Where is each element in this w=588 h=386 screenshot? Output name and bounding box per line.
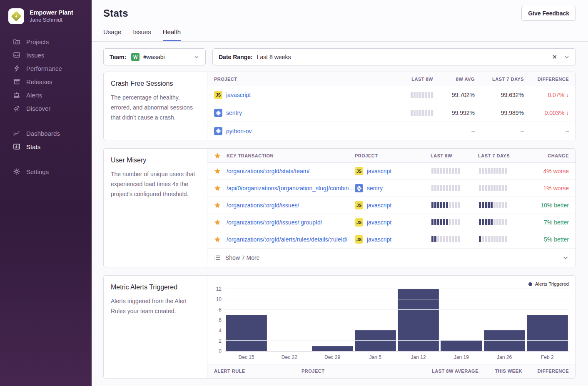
legend-dot-icon xyxy=(528,282,532,286)
project-link[interactable]: sentry xyxy=(226,110,242,116)
date-range-label: Date Range: xyxy=(219,54,253,60)
show-more-button[interactable]: Show 7 More xyxy=(207,248,576,267)
team-value: #wasabi xyxy=(143,54,164,60)
project-link[interactable]: javascript xyxy=(367,219,391,226)
table-row: sentry 99.992% 99.989% 0.003% ↓ xyxy=(207,104,576,122)
sidebar-item-projects[interactable]: Projects xyxy=(0,35,92,48)
star-icon[interactable] xyxy=(214,168,227,174)
avg-8w-value: 99.992% xyxy=(433,110,475,116)
change-value: 4% worse xyxy=(527,168,569,174)
sidebar-item-discover[interactable]: Discover xyxy=(0,102,92,115)
sparkline xyxy=(478,185,507,191)
tab-issues[interactable]: Issues xyxy=(133,28,151,41)
last-7d-value: – xyxy=(475,128,524,134)
sidebar-item-settings[interactable]: Settings xyxy=(0,165,92,178)
last-7d-value: 99.632% xyxy=(475,92,524,98)
project-link[interactable]: javascript xyxy=(226,92,251,98)
table-row: /api/0/organizations/{organization_slug}… xyxy=(207,180,576,197)
metric-alerts-panel: Metric Alerts Triggered Alerts triggered… xyxy=(103,275,576,379)
difference-value: – xyxy=(524,128,569,134)
projects-icon xyxy=(12,37,21,46)
main-area: Stats Give Feedback Usage Issues Health … xyxy=(92,0,588,386)
table-header: Project Last 8W 8W Avg Last 7 Days Diffe… xyxy=(207,72,576,86)
team-label: Team: xyxy=(110,54,126,60)
change-value: 5% better xyxy=(527,236,569,243)
sidebar-item-label: Settings xyxy=(26,168,49,175)
tab-health[interactable]: Health xyxy=(163,28,181,41)
chevron-down-icon[interactable] xyxy=(562,254,569,261)
sparkline xyxy=(431,236,460,242)
give-feedback-button[interactable]: Give Feedback xyxy=(521,6,576,21)
chevron-down-icon xyxy=(194,54,199,60)
sidebar-item-label: Stats xyxy=(26,143,40,150)
sparkline xyxy=(478,202,507,208)
python-platform-icon xyxy=(214,109,222,117)
chart-bars xyxy=(225,289,569,351)
project-link[interactable]: javascript xyxy=(367,202,391,209)
star-icon[interactable] xyxy=(214,185,227,192)
team-avatar: W xyxy=(131,53,140,61)
column-header: Change xyxy=(527,153,569,158)
tab-usage[interactable]: Usage xyxy=(103,28,121,41)
project-link[interactable]: javascript xyxy=(367,168,391,174)
sidebar-item-releases[interactable]: Releases xyxy=(0,75,92,88)
org-name: Empower Plant xyxy=(30,9,73,16)
sidebar-item-dashboards[interactable]: Dashboards xyxy=(0,127,92,140)
alerts-icon xyxy=(12,91,21,99)
alerts-panel-body: Alerts Triggered 024681012 Dec 15Dec 22D… xyxy=(207,276,576,378)
transaction-link[interactable]: /organizations/:orgId/issues/ xyxy=(227,202,355,209)
panel-title: Metric Alerts Triggered xyxy=(111,284,200,291)
project-link[interactable]: python-ov xyxy=(226,128,252,134)
arrow-down-icon: ↓ xyxy=(566,92,569,98)
chart-x-axis: Dec 15Dec 22Dec 29Jan 5Jan 12Jan 19Jan 2… xyxy=(225,351,569,364)
performance-icon xyxy=(12,64,21,72)
sidebar-item-label: Projects xyxy=(26,38,49,45)
table-row: /organizations/:orgId/issues/:groupId/ J… xyxy=(207,214,576,231)
alerts-panel-info: Metric Alerts Triggered Alerts triggered… xyxy=(104,276,207,378)
sparkline xyxy=(431,219,460,225)
date-range-selector[interactable]: Date Range: Last 8 weeks ✕ xyxy=(212,48,576,65)
clear-icon[interactable]: ✕ xyxy=(552,53,557,61)
change-value: 10% better xyxy=(527,202,569,209)
org-switcher[interactable]: Empower Plant Jane Schmidt xyxy=(0,0,92,24)
sparkline xyxy=(410,110,433,116)
sidebar-item-issues[interactable]: Issues xyxy=(0,48,92,62)
project-link[interactable]: sentry xyxy=(367,185,383,192)
sidebar-item-performance[interactable]: Performance xyxy=(0,62,92,75)
table-row: /organizations/:orgId/issues/ JSjavascri… xyxy=(207,197,576,214)
column-header: This Week xyxy=(478,369,522,374)
column-header: Difference xyxy=(522,369,569,374)
table-row: /organizations/:orgId/stats/team/ JSjava… xyxy=(207,163,576,180)
star-icon[interactable] xyxy=(214,236,227,243)
transaction-link[interactable]: /organizations/:orgId/alerts/rules/detai… xyxy=(227,236,355,243)
discover-icon xyxy=(12,104,21,112)
column-header: Last 7 Days xyxy=(478,153,527,158)
sidebar-item-label: Issues xyxy=(26,52,44,59)
sidebar-item-label: Performance xyxy=(26,65,62,72)
star-icon[interactable] xyxy=(214,202,227,209)
sparkline xyxy=(478,236,507,242)
org-text: Empower Plant Jane Schmidt xyxy=(30,9,73,23)
chart-legend[interactable]: Alerts Triggered xyxy=(212,280,569,288)
legend-label: Alerts Triggered xyxy=(535,281,569,286)
transaction-link[interactable]: /organizations/:orgId/stats/team/ xyxy=(227,168,355,174)
misery-panel-info: User Misery The number of unique users t… xyxy=(104,149,207,267)
sidebar-item-alerts[interactable]: Alerts xyxy=(0,88,92,102)
sparkline xyxy=(431,168,460,174)
difference-value: 0.07% xyxy=(548,92,564,98)
transaction-link[interactable]: /api/0/organizations/{organization_slug}… xyxy=(227,185,355,192)
sidebar-item-stats[interactable]: Stats xyxy=(0,140,92,153)
transaction-link[interactable]: /organizations/:orgId/issues/:groupId/ xyxy=(227,219,355,226)
project-link[interactable]: javascript xyxy=(367,236,391,243)
sidebar-item-label: Discover xyxy=(26,105,50,112)
column-header: Difference xyxy=(524,77,569,82)
stats-icon xyxy=(12,142,21,151)
sidebar-nav: Projects Issues Performance Releases Ale… xyxy=(0,35,92,178)
javascript-platform-icon: JS xyxy=(355,201,363,209)
table-header: Key Transaction Project Last 8W Last 7 D… xyxy=(207,149,576,163)
sidebar: Empower Plant Jane Schmidt Projects Issu… xyxy=(0,0,92,386)
team-selector[interactable]: Team: W #wasabi xyxy=(103,48,206,65)
javascript-platform-icon: JS xyxy=(214,91,222,99)
star-icon[interactable] xyxy=(214,219,227,226)
panel-description: The number of unique users that experien… xyxy=(111,169,200,199)
